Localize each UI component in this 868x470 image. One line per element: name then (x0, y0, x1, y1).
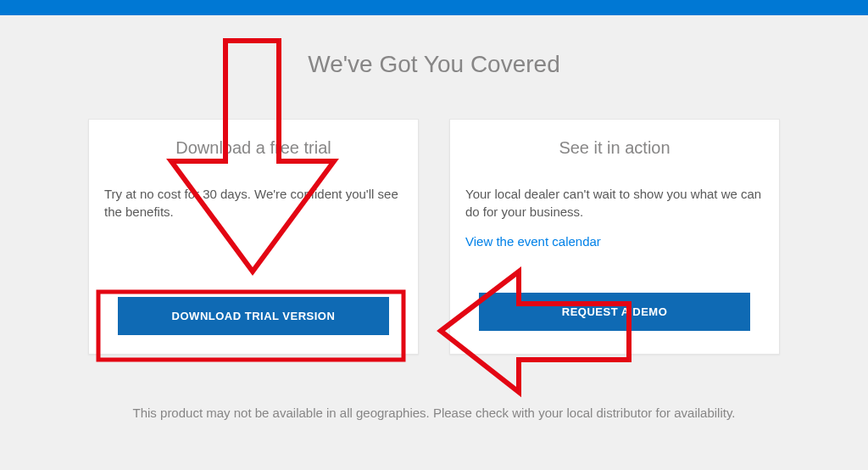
card-trial: Download a free trial Try at no cost for… (88, 119, 419, 355)
card-demo-title: See it in action (465, 138, 764, 158)
card-demo-desc: Your local dealer can't wait to show you… (465, 185, 764, 221)
top-bar (0, 0, 868, 15)
card-demo: See it in action Your local dealer can't… (449, 119, 780, 355)
availability-note: This product may not be available in all… (0, 406, 868, 420)
view-event-calendar-link[interactable]: View the event calendar (465, 234, 764, 249)
download-trial-button[interactable]: DOWNLOAD TRIAL VERSION (118, 297, 389, 335)
card-trial-desc: Try at no cost for 30 days. We're confid… (104, 185, 403, 221)
page-title: We've Got You Covered (0, 51, 868, 78)
card-trial-title: Download a free trial (104, 138, 403, 158)
request-demo-button[interactable]: REQUEST A DEMO (479, 293, 750, 331)
cards-row: Download a free trial Try at no cost for… (0, 119, 868, 355)
